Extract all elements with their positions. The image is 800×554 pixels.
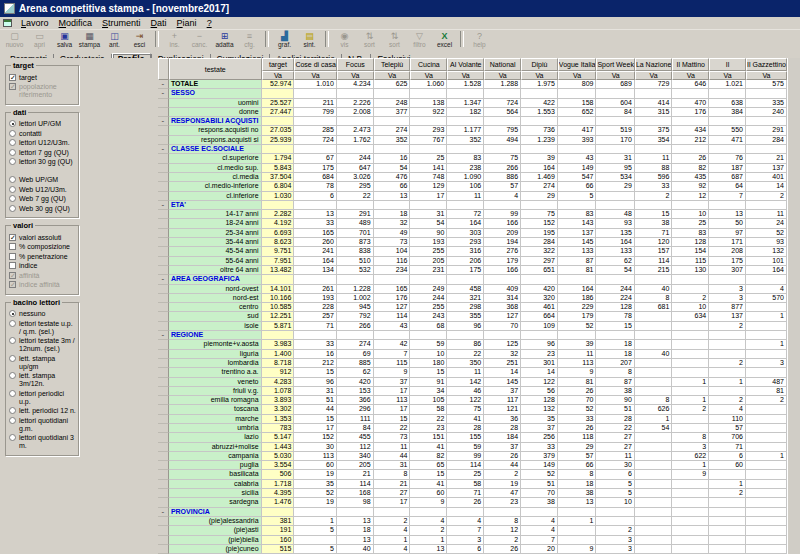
toolbar: ▢nuovo▭apri▣salva▦stampa◫ant.⇥esci+ins.−… <box>0 30 800 52</box>
view-icon: ◉ <box>341 31 349 41</box>
column-header-vogue-italia[interactable]: Vogue Italia <box>558 58 597 71</box>
radio-lettori-quotidiani-g-m[interactable]: lettori quotidiani g.m. <box>9 417 76 433</box>
checkbox-valori-assoluti[interactable]: ✓valori assoluti <box>9 234 76 242</box>
column-header-il-gazzettino[interactable]: Il Gazzettino <box>746 58 787 71</box>
row-gutter <box>158 452 169 461</box>
collapse-marker[interactable]: - <box>158 89 169 98</box>
cell-value: 21 <box>746 154 787 163</box>
menu-item-item[interactable]: ? <box>202 18 217 28</box>
cell-value: 3 <box>709 285 746 294</box>
collapse-marker[interactable]: - <box>158 201 169 210</box>
menu-item-piani[interactable]: Piani <box>172 18 202 28</box>
header-row: testatetargetCose di casaFocusTelepiùCuc… <box>158 58 787 71</box>
mdi-child-icon[interactable] <box>3 19 12 27</box>
cell-value: 129 <box>410 182 447 191</box>
window-title: Arena competitiva stampa - [novembre2017… <box>19 3 229 14</box>
column-header-il-mattino[interactable]: Il Mattino <box>672 58 709 71</box>
checkbox-target[interactable]: ✓target <box>9 74 76 82</box>
row-label: cl.medio sup. <box>169 164 262 173</box>
cell-value <box>635 433 672 442</box>
row-gutter <box>158 443 169 452</box>
cell-value <box>672 480 709 489</box>
unit-header: Va <box>447 71 484 80</box>
unit-header: Va <box>294 71 336 80</box>
column-header-il[interactable]: Il <box>709 58 746 71</box>
column-header-telepi[interactable]: Telepiù <box>374 58 411 71</box>
collapse-marker[interactable]: - <box>158 145 169 154</box>
table-row-sardegna: sardegna1.47619981792623381310 <box>158 498 787 507</box>
ant.-button[interactable]: ◫ant. <box>102 31 127 48</box>
cell-value: 78 <box>294 182 336 191</box>
cell-value: 4 <box>374 545 411 554</box>
cell-value: 340 <box>337 452 374 461</box>
cell-value: 350 <box>447 359 484 368</box>
cell-value <box>558 117 597 126</box>
cell-value: 16 <box>374 154 411 163</box>
radio-lett-periodici-12-n[interactable]: lett. periodici 12 n. <box>9 407 76 415</box>
collapse-marker[interactable]: - <box>158 331 169 340</box>
column-header-cose-di-casa[interactable]: Cose di casa <box>294 58 336 71</box>
column-header-al-volante[interactable]: Al Volante <box>447 58 484 71</box>
cell-value <box>484 117 521 126</box>
radio-lettori-7-gg-qu[interactable]: lettori 7 gg (QU) <box>9 149 76 157</box>
radio-lettori-quotidiani-3-m[interactable]: lettori quotidiani 3 m. <box>9 434 76 450</box>
collapse-marker[interactable]: - <box>158 275 169 284</box>
column-header-la-nazione[interactable]: La Nazione <box>635 58 672 71</box>
cell-value: 40 <box>635 350 672 359</box>
toolbar-button-label: help <box>473 41 485 48</box>
cell-value: 35 <box>294 480 336 489</box>
radio-contatti[interactable]: contatti <box>9 130 76 138</box>
radio-lettori-periodici-u-p[interactable]: lettori periodici u.p. <box>9 390 76 406</box>
table-row-regione: -REGIONE <box>158 331 787 340</box>
radio-lett-stampa-up-gm[interactable]: lett. stampa up/gm <box>9 355 76 371</box>
cell-value: 184 <box>484 433 521 442</box>
adatta-button[interactable]: ⊞adatta <box>212 31 237 48</box>
menu-item-strumenti[interactable]: Strumenti <box>97 18 146 28</box>
radio-web-30-gg-qu[interactable]: Web 30 gg (QU) <box>9 205 76 213</box>
menu-item-lavoro[interactable]: Lavoro <box>16 18 54 28</box>
cell-value: 1.476 <box>262 498 295 507</box>
radio-web-7-gg-qu[interactable]: Web 7 gg (QU) <box>9 195 76 203</box>
menu-item-modifica[interactable]: Modifica <box>54 18 98 28</box>
vertical-scrollbar[interactable] <box>787 58 800 554</box>
cell-value <box>709 117 746 126</box>
radio-lettori-testate-3m-12num-sel[interactable]: lettori testate 3m / 12num. (sel.) <box>9 337 76 353</box>
toolbar-button-label: stampa <box>79 41 100 48</box>
cell-value <box>672 89 709 98</box>
menu-item-dati[interactable]: Dati <box>146 18 172 28</box>
radio-lettori-30-gg-qu[interactable]: lettori 30 gg (QU) <box>9 158 76 166</box>
radio-nessuno[interactable]: nessuno <box>9 310 76 318</box>
sint.-button[interactable]: ▤sint. <box>297 31 322 48</box>
cell-value: 5 <box>558 192 597 201</box>
esci-button[interactable]: ⇥esci <box>127 31 152 48</box>
radio-web-u12-u3m[interactable]: Web U12/U3m. <box>9 186 76 194</box>
cell-value <box>337 508 374 517</box>
stampa-button[interactable]: ▦stampa <box>77 31 102 48</box>
cell-value: 809 <box>558 80 597 89</box>
column-header-target[interactable]: target <box>262 58 295 71</box>
collapse-marker[interactable]: - <box>158 80 169 89</box>
checkbox-penetrazione[interactable]: ✓% penetrazione <box>9 253 76 261</box>
radio-web-up-gm[interactable]: Web UP/GM <box>9 176 76 184</box>
graf.-button[interactable]: ▟graf. <box>272 31 297 48</box>
column-header-dipi[interactable]: Dipiù <box>521 58 558 71</box>
column-header-sport-week[interactable]: Sport Week <box>596 58 634 71</box>
radio-lettori-u12-u3m[interactable]: lettori U12/U3m. <box>9 139 76 147</box>
radio-lettori-up-gm[interactable]: lettori UP/GM <box>9 120 76 128</box>
checkbox-composizione[interactable]: ✓% composizione <box>9 243 76 251</box>
cell-value: 68 <box>410 322 447 331</box>
toolbar-button-label: sort <box>364 41 375 48</box>
radio-lett-stampa-3m-12n[interactable]: lett. stampa 3m/12n. <box>9 372 76 388</box>
radio-lettori-testate-u-p-q-m-sel[interactable]: lettori testate u.p. / q.m. (sel.) <box>9 320 76 336</box>
excel-button[interactable]: Xexcel <box>432 31 457 48</box>
salva-button[interactable]: ▣salva <box>52 31 77 48</box>
collapse-marker[interactable]: - <box>158 508 169 517</box>
collapse-marker[interactable]: - <box>158 117 169 126</box>
toolbar-button-label: filtro <box>413 41 425 48</box>
cell-value <box>635 536 672 545</box>
checkbox-indice[interactable]: ✓indice <box>9 262 76 270</box>
cell-value <box>635 312 672 321</box>
column-header-national[interactable]: National <box>484 58 521 71</box>
column-header-cucina[interactable]: Cucina <box>410 58 447 71</box>
column-header-focus[interactable]: Focus <box>337 58 374 71</box>
